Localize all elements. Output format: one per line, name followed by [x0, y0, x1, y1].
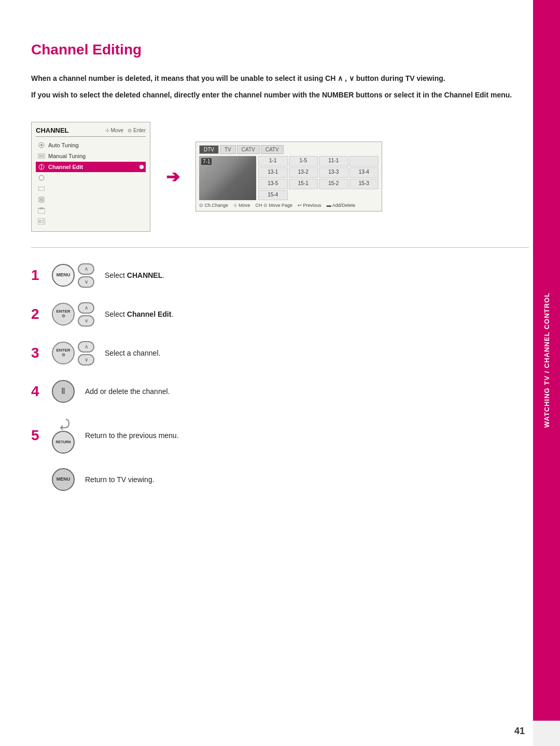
tab-tv: TV: [220, 145, 236, 154]
menu-item-8: [36, 216, 146, 227]
sidebar-label: WATCHING TV / CHANNEL CONTROL: [543, 292, 551, 428]
ch-13-4: 13-4: [349, 167, 379, 178]
description-line1: When a channel number is deleted, it mea…: [31, 73, 529, 84]
auto-tuning-label: Auto Tuning: [48, 142, 79, 148]
up-down-3: ∧ ∨: [78, 341, 94, 365]
channel-grid-footer: ⊙ Ch.Change ⊹ Move CH ⊙ Move Page ↩ Prev…: [199, 203, 379, 208]
svg-rect-3: [39, 154, 44, 158]
menu-item-manual-tuning: Manual Tuning: [36, 151, 146, 161]
step-3-buttons: ENTER⊙ ∧ ∨: [52, 341, 94, 365]
channel-edit-label: Channel Edit: [48, 164, 83, 170]
menu-button-1[interactable]: MENU: [52, 264, 75, 287]
ch-empty: [349, 156, 379, 166]
step-4: 4 Ⅱ Add or delete the channel.: [31, 380, 529, 403]
channel-grid-header: DTV TV CATV CATV: [199, 145, 379, 154]
ch-13-2: 13-2: [289, 167, 318, 178]
ch-13-5: 13-5: [258, 179, 288, 189]
step-1: 1 MENU ∧ ∨ Select CHANNEL.: [31, 263, 529, 288]
ch-15-4: 15-4: [258, 190, 288, 201]
down-arrow-2[interactable]: ∨: [78, 315, 94, 327]
step-4-text: Add or delete the channel.: [85, 387, 170, 396]
step-1-number: 1: [31, 267, 41, 284]
down-arrow-3[interactable]: ∨: [78, 354, 94, 365]
footer-move: ⊹ Move: [233, 203, 250, 208]
up-arrow-1[interactable]: ∧: [78, 263, 94, 275]
diagram-section: CHANNEL ⊹ Move ⊙ Enter Auto Tuning Manua…: [31, 122, 529, 232]
menu-item-6: [36, 194, 146, 205]
tv-menu-header: CHANNEL ⊹ Move ⊙ Enter: [36, 126, 146, 137]
menu-item-channel-edit: Channel Edit: [36, 162, 146, 172]
menu-item-5: [36, 184, 146, 194]
step-2-number: 2: [31, 306, 41, 322]
icon-4: [38, 174, 45, 181]
step-3-text: Select a channel.: [105, 349, 160, 357]
menu-item-auto-tuning: Auto Tuning: [36, 140, 146, 150]
step-1-text: Select CHANNEL.: [105, 271, 164, 279]
channel-grid: DTV TV CATV CATV 7-1 1-1 1-5 11-1 13-1 1…: [195, 142, 382, 212]
svg-rect-9: [38, 187, 45, 191]
icon-5: [38, 185, 45, 192]
step-5: 5 RETURN Return to the previous menu.: [31, 417, 529, 454]
page-number: 41: [514, 726, 525, 737]
arrow-right: ➔: [166, 167, 180, 187]
ch-13-1: 13-1: [258, 167, 288, 178]
channel-grid-body: 7-1 1-1 1-5 11-1 13-1 13-2 13-3 13-4 13-…: [199, 156, 379, 200]
up-arrow-2[interactable]: ∧: [78, 302, 94, 314]
step-5-number: 5: [31, 427, 41, 444]
enter-button-3[interactable]: ENTER⊙: [52, 342, 75, 364]
steps-section: 1 MENU ∧ ∨ Select CHANNEL. 2 ENTER⊙ ∧ ∨: [31, 263, 529, 491]
down-arrow-1[interactable]: ∨: [78, 276, 94, 288]
footer-previous: ↩ Previous: [298, 203, 321, 208]
icon-6: [38, 196, 45, 203]
ch-15-2: 15-2: [319, 179, 348, 189]
menu-button-6[interactable]: MENU: [52, 468, 75, 491]
channel-edit-icon: [38, 163, 45, 171]
return-icon: [55, 417, 71, 430]
manual-tuning-icon: [38, 152, 45, 160]
svg-point-1: [40, 144, 43, 146]
step-4-number: 4: [31, 383, 41, 400]
tab-catv1: CATV: [237, 145, 260, 154]
step-3: 3 ENTER⊙ ∧ ∨ Select a channel.: [31, 341, 529, 365]
return-button[interactable]: RETURN: [52, 431, 75, 454]
channel-number-grid: 1-1 1-5 11-1 13-1 13-2 13-3 13-4 13-5 15…: [258, 156, 379, 200]
svg-point-7: [41, 168, 42, 169]
ch-1-5: 1-5: [289, 156, 318, 166]
ch-15-3: 15-3: [349, 179, 379, 189]
pause-button[interactable]: Ⅱ: [52, 380, 75, 403]
step-2-buttons: ENTER⊙ ∧ ∨: [52, 302, 94, 327]
sidebar-bottom: [533, 721, 560, 746]
step-6-text: Return to TV viewing.: [85, 475, 155, 484]
icon-7: [38, 207, 45, 214]
step-3-number: 3: [31, 345, 41, 361]
tv-menu-nav: ⊹ Move ⊙ Enter: [105, 128, 146, 133]
icon-8: [38, 218, 45, 225]
description-line2: If you wish to select the deleted channe…: [31, 89, 529, 101]
auto-tuning-icon: [38, 142, 45, 149]
svg-point-8: [39, 175, 44, 180]
step-2: 2 ENTER⊙ ∧ ∨ Select Channel Edit.: [31, 302, 529, 327]
manual-tuning-label: Manual Tuning: [48, 153, 86, 159]
up-down-1: ∧ ∨: [78, 263, 94, 288]
step-5-text: Return to the previous menu.: [85, 431, 179, 440]
enter-button-2[interactable]: ENTER⊙: [52, 303, 75, 326]
step-6-buttons: MENU: [52, 468, 75, 491]
channel-preview: 7-1: [199, 156, 256, 200]
step-1-buttons: MENU ∧ ∨: [52, 263, 94, 288]
footer-ch-change: ⊙ Ch.Change: [199, 203, 228, 208]
menu-item-4: [36, 173, 146, 183]
svg-point-6: [41, 166, 42, 167]
step-4-buttons: Ⅱ: [52, 380, 75, 403]
sidebar: WATCHING TV / CHANNEL CONTROL: [533, 0, 560, 721]
ch-1-1: 1-1: [258, 156, 288, 166]
step-2-text: Select Channel Edit.: [105, 310, 173, 318]
step-6: 6 MENU Return to TV viewing.: [31, 468, 529, 491]
up-down-2: ∧ ∨: [78, 302, 94, 327]
footer-add-delete: ▬ Add/Delete: [327, 203, 356, 208]
svg-point-17: [39, 220, 41, 222]
page-title: Channel Editing: [31, 41, 529, 58]
tv-menu-mockup: CHANNEL ⊹ Move ⊙ Enter Auto Tuning Manua…: [31, 122, 150, 232]
up-arrow-3[interactable]: ∧: [78, 341, 94, 353]
tab-dtv: DTV: [199, 145, 219, 154]
menu-item-7: [36, 205, 146, 216]
